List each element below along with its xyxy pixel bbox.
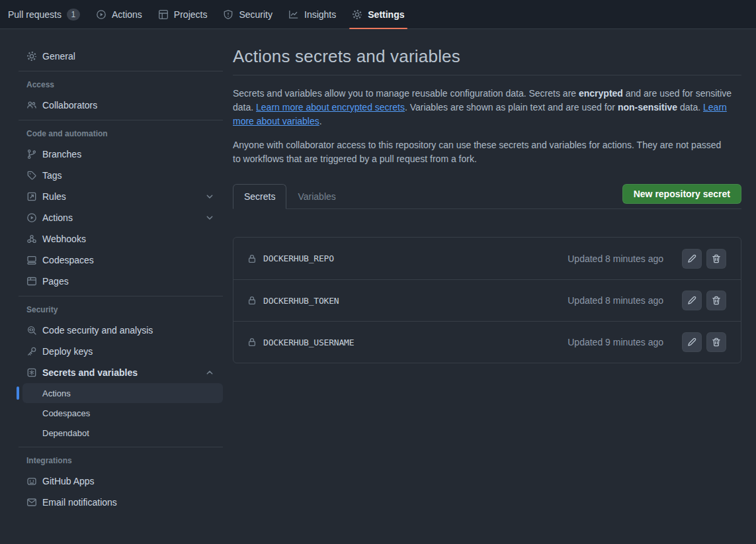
main-content: Actions secrets and variables Secrets an…	[233, 29, 756, 543]
lock-icon	[247, 253, 257, 264]
secret-updated: Updated 8 minutes ago	[567, 295, 663, 306]
sidebar-subitem-label: Dependabot	[42, 428, 89, 438]
pencil-icon	[687, 337, 697, 347]
sidebar-item-label: Webhooks	[42, 234, 86, 244]
mail-icon	[26, 497, 37, 508]
divider	[19, 296, 223, 296]
settings-sidebar: General Access Collaborators Code and au…	[0, 29, 233, 543]
edit-secret-button[interactable]	[682, 332, 702, 352]
sidebar-section-security: Security	[26, 305, 223, 314]
secrets-list: DOCKERHUB_REPO Updated 8 minutes ago	[233, 237, 741, 363]
sidebar-item-deploy-keys[interactable]: Deploy keys	[19, 341, 223, 362]
secret-name: DOCKERHUB_TOKEN	[263, 296, 339, 306]
trash-icon	[711, 295, 722, 306]
secret-name: DOCKERHUB_REPO	[263, 253, 334, 263]
tab-projects[interactable]: Projects	[155, 0, 210, 28]
delete-secret-button[interactable]	[706, 249, 726, 269]
intro-text: data.	[677, 102, 703, 113]
trash-icon	[711, 337, 722, 347]
codescan-icon	[26, 325, 37, 336]
tab-pull-requests[interactable]: Pull requests 1	[5, 0, 83, 28]
graph-icon	[288, 9, 299, 20]
tab-label: Settings	[368, 9, 404, 20]
edit-secret-button[interactable]	[682, 291, 702, 310]
link-learn-more-encrypted-secrets[interactable]: Learn more about encrypted secrets	[256, 102, 405, 113]
new-repository-secret-button[interactable]: New repository secret	[622, 184, 741, 204]
gear-icon	[26, 51, 37, 62]
intro-paragraph: Secrets and variables allow you to manag…	[233, 87, 741, 128]
intro-text: . Variables are shown as plain text and …	[405, 102, 618, 113]
lock-icon	[247, 337, 257, 347]
shield-icon	[223, 9, 233, 20]
lock-icon	[247, 295, 257, 306]
secret-updated: Updated 9 minutes ago	[567, 337, 663, 347]
pencil-icon	[687, 295, 697, 306]
tag-icon	[26, 170, 37, 181]
sidebar-section-code-and-automation: Code and automation	[26, 129, 223, 138]
repo-tab-bar: Pull requests 1 Actions Projects Securit…	[0, 0, 756, 29]
asterisk-box-icon	[26, 367, 37, 378]
sidebar-item-label: Code security and analysis	[42, 325, 153, 336]
tab-settings[interactable]: Settings	[349, 0, 407, 28]
collaborator-note: Anyone with collaborator access to this …	[233, 138, 722, 166]
delete-secret-button[interactable]	[706, 332, 726, 352]
sidebar-item-tags[interactable]: Tags	[19, 165, 223, 186]
sidebar-section-access: Access	[26, 80, 223, 89]
sidebar-item-label: General	[42, 51, 75, 62]
sidebar-item-label: Tags	[42, 170, 62, 181]
sidebar-section-integrations: Integrations	[26, 456, 223, 465]
intro-text: Secrets and variables allow you to manag…	[233, 88, 579, 99]
tab-label: Pull requests	[8, 9, 62, 20]
sidebar-item-label: Collaborators	[42, 100, 97, 111]
pull-requests-count-badge: 1	[67, 9, 80, 21]
tab-security[interactable]: Security	[220, 0, 275, 28]
sidebar-item-codespaces[interactable]: Codespaces	[19, 249, 223, 271]
people-icon	[26, 100, 37, 111]
sidebar-subitem-label: Codespaces	[42, 408, 90, 418]
sidebar-item-label: Email notifications	[42, 497, 117, 508]
sidebar-item-label: Codespaces	[42, 255, 94, 265]
sidebar-subitem-dependabot[interactable]: Dependabot	[22, 423, 223, 443]
sidebar-subitem-codespaces[interactable]: Codespaces	[22, 403, 223, 423]
sidebar-subitem-actions[interactable]: Actions	[22, 383, 223, 403]
sidebar-item-webhooks[interactable]: Webhooks	[19, 228, 223, 249]
sidebar-item-secrets-and-variables[interactable]: Secrets and variables	[19, 362, 223, 383]
tab-label: Actions	[112, 9, 142, 20]
sidebar-item-rules[interactable]: Rules	[19, 186, 223, 207]
secret-row: DOCKERHUB_USERNAME Updated 9 minutes ago	[233, 321, 741, 363]
rules-icon	[26, 191, 37, 202]
sidebar-item-label: Rules	[42, 191, 66, 202]
webhook-icon	[26, 234, 37, 244]
edit-secret-button[interactable]	[682, 249, 702, 269]
secret-row: DOCKERHUB_REPO Updated 8 minutes ago	[233, 238, 741, 279]
tab-actions[interactable]: Actions	[93, 0, 145, 28]
sidebar-item-branches[interactable]: Branches	[19, 144, 223, 165]
sidebar-item-code-security[interactable]: Code security and analysis	[19, 320, 223, 341]
sidebar-item-general[interactable]: General	[19, 46, 223, 67]
trash-icon	[711, 253, 722, 264]
sidebar-item-label: GitHub Apps	[42, 476, 95, 486]
secrets-variables-tabnav: Secrets Variables New repository secret	[233, 184, 741, 209]
table-icon	[158, 9, 169, 20]
sidebar-item-collaborators[interactable]: Collaborators	[19, 95, 223, 116]
play-icon	[26, 212, 37, 223]
divider	[19, 120, 223, 120]
sidebar-item-pages[interactable]: Pages	[19, 271, 223, 292]
tab-secrets[interactable]: Secrets	[233, 184, 286, 209]
divider	[19, 447, 223, 447]
tab-variables[interactable]: Variables	[286, 184, 347, 209]
sidebar-item-actions[interactable]: Actions	[19, 207, 223, 228]
sidebar-item-label: Actions	[42, 212, 73, 223]
sidebar-item-email-notifications[interactable]: Email notifications	[19, 492, 223, 513]
play-circle-icon	[96, 9, 106, 20]
delete-secret-button[interactable]	[706, 291, 726, 310]
tab-insights[interactable]: Insights	[286, 0, 339, 28]
sidebar-item-label: Pages	[42, 276, 69, 287]
bold-non-sensitive: non-sensitive	[618, 102, 677, 113]
chevron-down-icon	[204, 191, 215, 202]
sidebar-item-github-apps[interactable]: GitHub Apps	[19, 471, 223, 492]
git-branch-icon	[26, 149, 37, 159]
tab-label: Security	[239, 9, 273, 20]
secret-updated: Updated 8 minutes ago	[567, 253, 663, 264]
gear-icon	[352, 9, 362, 20]
